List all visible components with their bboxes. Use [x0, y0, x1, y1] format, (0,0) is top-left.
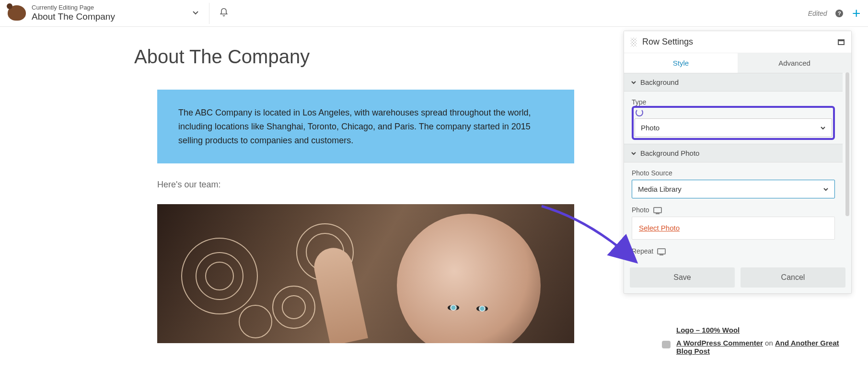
drag-handle-icon[interactable]	[631, 38, 637, 46]
topbar-left: Currently Editing Page About The Company	[8, 4, 115, 22]
recent-comments: Logo – 100% Wool A WordPress Commenter o…	[662, 326, 849, 360]
hud-overlay	[172, 219, 421, 343]
repeat-label: Repeat	[632, 247, 835, 255]
cancel-button[interactable]: Cancel	[741, 267, 845, 288]
type-select[interactable]: Photo	[635, 118, 832, 137]
panel-title: Row Settings	[642, 37, 693, 47]
topbar-divider	[209, 3, 209, 24]
page-dropdown-chevron[interactable]	[192, 9, 199, 18]
background-photo-body: Photo Source Media Library Photo Select …	[624, 162, 843, 262]
comment-icon	[662, 341, 671, 348]
team-image[interactable]	[157, 204, 574, 343]
chevron-down-icon	[631, 80, 637, 85]
help-icon[interactable]: ?	[835, 10, 843, 17]
comment-author-link[interactable]: A WordPress Commenter	[676, 339, 763, 347]
section-bg-photo-label: Background Photo	[640, 149, 699, 157]
loading-spinner-icon	[636, 109, 643, 116]
background-section-body: Type Photo	[624, 92, 843, 144]
photo-label-text: Photo	[632, 206, 649, 214]
photo-source-label: Photo Source	[632, 169, 835, 177]
section-background[interactable]: Background	[624, 73, 843, 92]
title-block[interactable]: Currently Editing Page About The Company	[32, 4, 115, 22]
maximize-icon[interactable]	[838, 39, 845, 45]
tab-style[interactable]: Style	[624, 53, 738, 73]
responsive-icon[interactable]	[653, 207, 662, 213]
photo-field-row: Select Photo	[632, 217, 835, 240]
page-name: About The Company	[32, 12, 115, 23]
chevron-down-icon	[820, 125, 826, 131]
panel-tabs: Style Advanced	[624, 53, 851, 73]
chevron-down-icon	[631, 150, 637, 156]
section-background-photo[interactable]: Background Photo	[624, 144, 843, 162]
panel-header[interactable]: Row Settings	[624, 31, 851, 53]
top-bar: Currently Editing Page About The Company…	[0, 0, 868, 27]
add-module-button[interactable]: +	[852, 5, 860, 22]
edited-status: Edited	[808, 10, 827, 17]
section-background-label: Background	[640, 78, 679, 86]
photo-label: Photo	[632, 206, 835, 214]
save-button[interactable]: Save	[630, 267, 735, 288]
responsive-icon[interactable]	[657, 248, 666, 254]
row-settings-panel: Row Settings Style Advanced Background T…	[624, 31, 852, 294]
panel-footer: Save Cancel	[624, 262, 851, 293]
type-select-value: Photo	[641, 124, 660, 132]
notifications-icon[interactable]	[219, 8, 229, 19]
chevron-down-icon	[823, 186, 829, 192]
app-logo	[8, 5, 26, 21]
photo-source-value: Media Library	[638, 185, 682, 193]
comment-post-link[interactable]: Logo – 100% Wool	[676, 326, 740, 334]
repeat-label-text: Repeat	[632, 247, 653, 255]
editing-label: Currently Editing Page	[32, 4, 115, 12]
type-highlight: Photo	[632, 106, 835, 140]
type-label: Type	[632, 98, 835, 106]
tab-advanced[interactable]: Advanced	[738, 53, 851, 73]
comment-row: Logo – 100% Wool	[662, 326, 849, 334]
topbar-right: Edited ? +	[808, 5, 860, 22]
comment-row: A WordPress Commenter on And Another Gre…	[662, 339, 849, 355]
photo-source-select[interactable]: Media Library	[632, 180, 835, 198]
panel-scrollbar[interactable]	[845, 72, 849, 216]
select-photo-link[interactable]: Select Photo	[639, 224, 680, 232]
intro-text-block[interactable]: The ABC Company is located in Los Angele…	[157, 90, 574, 163]
comment-on: on	[763, 339, 775, 347]
